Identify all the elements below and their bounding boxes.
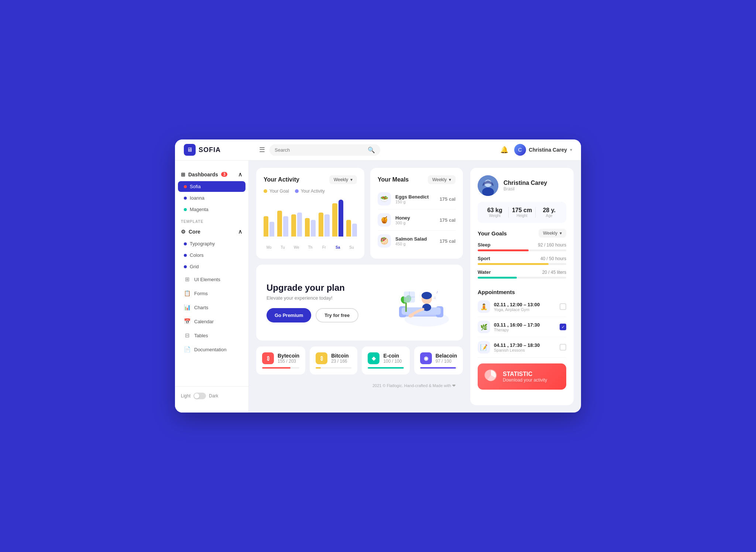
dashboards-badge: 3 (221, 172, 228, 177)
sidebar-item-sofia[interactable]: Sofia (178, 181, 245, 192)
nav-item-tables[interactable]: ⊟ Tables (178, 329, 245, 342)
bar-group-th (305, 218, 316, 237)
documentation-icon: 📄 (184, 346, 190, 353)
bitcoin-info: Bitcoin 23 / 166 (331, 353, 348, 364)
bytecoin-bar-wrap (262, 367, 299, 369)
meal-icon-salmon: 🥙 (378, 234, 391, 248)
bytecoin-name: Bytecoin (278, 353, 299, 359)
bar-chart (264, 200, 357, 244)
go-premium-button[interactable]: Go Premium (267, 308, 311, 322)
belacoin-info: Belacoin 97 / 100 (436, 353, 457, 364)
appt-time-spanish: 04.11 , 17:30 – 18:30 (494, 342, 556, 348)
core-group-header[interactable]: ⚙ Core ∧ (175, 225, 248, 238)
bar-we-activity (297, 213, 302, 237)
sidebar-item-colors[interactable]: Colors (178, 250, 245, 261)
sidebar-item-typography[interactable]: Typography (178, 238, 245, 249)
crypto-header-belacoin: ◉ Belacoin 97 / 100 (420, 352, 457, 364)
try-free-button[interactable]: Try for free (316, 308, 358, 322)
logo-area: 🖥 SOFIA (184, 144, 258, 156)
dot-grid (184, 265, 187, 268)
bytecoin-values: 155 / 203 (278, 359, 299, 364)
statistic-button[interactable]: STATISTIC Download your activity (478, 363, 566, 390)
bytecoin-info: Bytecoin 155 / 203 (278, 353, 299, 364)
theme-toggle[interactable]: Light Dark (181, 393, 218, 399)
upgrade-illustration: ♪ ♫ (379, 275, 453, 330)
label-tu: Tu (277, 245, 288, 249)
appt-icon-spanish: 📝 (478, 341, 490, 353)
bar-sa-goal (332, 203, 337, 237)
bar-group-sa (332, 200, 343, 237)
crypto-header-ecoin: ◆ E-coin 100 / 100 (368, 352, 403, 364)
hamburger-button[interactable]: ☰ (258, 144, 267, 155)
dot-typography (184, 242, 187, 245)
meal-item-honey: 🍯 Honey 300 g 175 cal (378, 210, 456, 231)
crypto-header-bytecoin: ₿ Bytecoin 155 / 203 (262, 352, 299, 364)
appt-checkbox-therapy[interactable]: ✓ (560, 324, 566, 330)
header-right: 🔔 C Christina Carey ▾ (500, 144, 572, 156)
chevron-down-icon: ▾ (570, 147, 572, 152)
crypto-card-bitcoin: ₿ Bitcoin 23 / 166 (310, 346, 357, 375)
meal-details-honey: Honey 300 g (395, 215, 410, 225)
app-container: 🖥 SOFIA ☰ 🔍 🔔 C Christina Carey ▾ (175, 139, 581, 413)
legend-dot-activity (295, 189, 299, 193)
nav-item-charts[interactable]: 📊 Charts (178, 301, 245, 314)
user-area[interactable]: C Christina Carey ▾ (514, 144, 572, 156)
goal-sleep: Sleep 92 / 160 hours (478, 242, 566, 251)
search-input[interactable] (275, 147, 365, 153)
bar-group-su (346, 220, 357, 237)
core-icon: ⚙ (181, 229, 186, 235)
nav-item-documentation[interactable]: 📄 Documentation (178, 343, 245, 356)
theme-light-label: Light (181, 393, 190, 399)
appt-name-yoga: Yoga, Airplace Gym (494, 307, 556, 312)
goal-sleep-progress: 92 / 160 hours (538, 242, 566, 248)
goal-sleep-bar-wrap (478, 249, 566, 251)
activity-title: Your Activity (264, 176, 299, 183)
dot-ioanna (184, 197, 187, 200)
crypto-card-ecoin: ◆ E-coin 100 / 100 (362, 346, 409, 375)
crypto-card-belacoin: ◉ Belacoin 97 / 100 (414, 346, 463, 375)
top-row: Your Activity Weekly ▾ Your Goal (256, 168, 463, 259)
appointment-spanish: 📝 04.11 , 17:30 – 18:30 Spanish Lessons (478, 337, 566, 358)
svg-rect-9 (405, 303, 407, 312)
nav-item-ui-elements[interactable]: ⊞ UI Elements (178, 273, 245, 286)
appointments-list: 🧘 02.11 , 12:00 – 13:00 Yoga, Airplace G… (478, 297, 566, 358)
toggle-switch[interactable] (193, 393, 206, 399)
sidebar: ⊞ Dashboards 3 ∧ Sofia Ioanna Magenta TE… (175, 161, 249, 413)
goal-water: Water 20 / 45 liters (478, 269, 566, 279)
dashboards-group-title: ⊞ Dashboards 3 (181, 172, 227, 177)
meal-cal-honey: 175 cal (440, 217, 456, 223)
nav-item-calendar[interactable]: 📅 Calendar (178, 315, 245, 328)
meal-details-eggs: Eggs Benedict 150 g (395, 194, 429, 204)
appt-checkbox-yoga[interactable] (560, 303, 566, 310)
ecoin-bar-fill (368, 367, 403, 369)
sidebar-item-grid[interactable]: Grid (178, 261, 245, 272)
label-su: Su (346, 245, 357, 249)
meals-list: 🥗 Eggs Benedict 150 g 175 cal 🍯 (378, 189, 456, 251)
svg-text:♪: ♪ (436, 289, 438, 294)
belacoin-bar-wrap (420, 367, 457, 369)
sidebar-item-magenta[interactable]: Magenta (178, 204, 245, 215)
appt-details-therapy: 03.11 , 16:00 – 17:30 Therapy (494, 322, 556, 332)
bitcoin-bar-fill (316, 367, 321, 369)
meals-title: Your Meals (378, 176, 409, 183)
goals-dropdown[interactable]: Weekly ▾ (539, 229, 566, 238)
appt-checkbox-spanish[interactable] (560, 344, 566, 351)
search-icon: 🔍 (368, 146, 375, 153)
dashboards-group-header[interactable]: ⊞ Dashboards 3 ∧ (175, 168, 248, 181)
bar-th-goal (305, 218, 310, 237)
ecoin-name: E-coin (383, 353, 402, 359)
goal-sleep-row: Sleep 92 / 160 hours (478, 242, 566, 248)
sidebar-label-colors: Colors (190, 252, 204, 258)
meals-dropdown[interactable]: Weekly ▾ (428, 175, 456, 184)
meal-name-salmon: Salmon Salad (395, 236, 427, 242)
sidebar-item-ioanna[interactable]: Ioanna (178, 193, 245, 203)
appt-icon-yoga: 🧘 (478, 300, 490, 313)
theme-dark-label: Dark (209, 393, 218, 399)
belacoin-name: Belacoin (436, 353, 457, 359)
appt-details-spanish: 04.11 , 17:30 – 18:30 Spanish Lessons (494, 342, 556, 352)
notification-button[interactable]: 🔔 (500, 146, 508, 154)
activity-dropdown[interactable]: Weekly ▾ (329, 175, 357, 184)
nav-item-forms[interactable]: 📋 Forms (178, 287, 245, 300)
dot-magenta (184, 208, 187, 211)
bitcoin-name: Bitcoin (331, 353, 348, 359)
